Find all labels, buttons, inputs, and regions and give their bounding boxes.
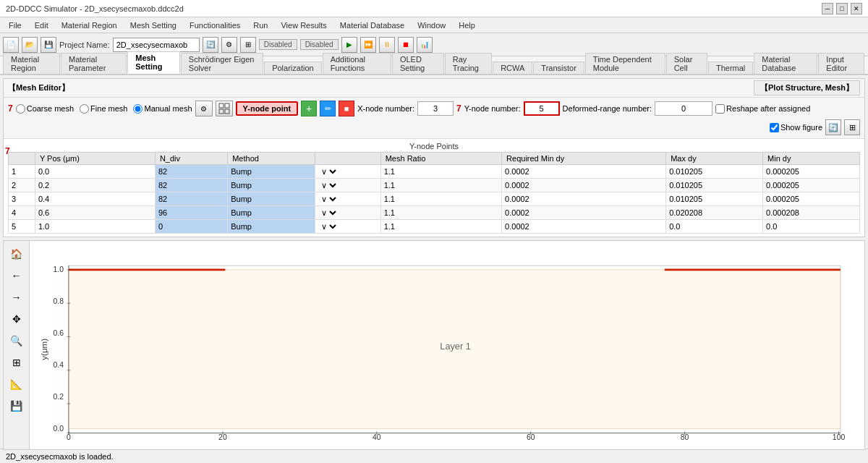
grid-button[interactable]: ⊞ (240, 37, 256, 53)
menu-run[interactable]: Run (247, 20, 273, 31)
tab-transistor[interactable]: Transistor (533, 61, 584, 74)
tab-thermal[interactable]: Thermal (708, 61, 753, 74)
pan-tool[interactable]: ✥ (8, 310, 25, 328)
y-node-input[interactable] (524, 101, 560, 116)
tab-polarization[interactable]: Polarization (264, 61, 321, 74)
mesh-type-radio-group: Coarse mesh Fine mesh Manual mesh (16, 104, 192, 114)
tab-schrodinger[interactable]: Schrödinger Eigen Solver (181, 53, 263, 74)
close-button[interactable]: ✕ (851, 3, 862, 14)
menu-material-region[interactable]: Material Region (56, 20, 123, 31)
tab-time-dependent[interactable]: Time Dependent Module (585, 53, 665, 74)
settings-button[interactable]: ⚙ (221, 37, 237, 53)
tab-ray-tracing[interactable]: Ray Tracing (445, 53, 492, 74)
y-node-group: Y-node number: (464, 101, 560, 116)
delete-node-button[interactable]: ■ (339, 101, 354, 116)
deformed-range-label: Deformed-range number: (563, 104, 652, 113)
tab-rcwa[interactable]: RCWA (493, 61, 532, 74)
y-tick-00: 0.0 (54, 425, 64, 433)
tab-material-database[interactable]: Material Database (754, 53, 817, 74)
menu-functionalities[interactable]: Functionalities (184, 20, 246, 31)
col-num (9, 153, 35, 165)
table-row[interactable]: 4 0.6 96 Bump ∨ 1.1 0.0002 0.020208 0.00… (9, 206, 860, 220)
cell-ypos: 0.6 (35, 206, 155, 220)
tab-material-parameter[interactable]: Material Parameter (61, 53, 127, 74)
play-button[interactable]: ▶ (341, 37, 357, 53)
cell-method-dropdown[interactable]: ∨ (315, 206, 380, 220)
window-controls[interactable]: ─ □ ✕ (822, 3, 862, 14)
grid-plot-button[interactable]: ⊞ (844, 119, 860, 135)
home-tool[interactable]: 🏠 (8, 245, 25, 263)
mesh-settings-btn[interactable]: ⚙ (195, 101, 213, 116)
reshape-label[interactable]: Reshape after assigned (715, 104, 810, 114)
minimize-button[interactable]: ─ (822, 3, 833, 14)
menu-edit[interactable]: Edit (29, 20, 54, 31)
cell-required-min-dy: 0.0002 (502, 165, 666, 179)
stop-button[interactable]: ⏹ (398, 37, 414, 53)
menu-mesh-setting[interactable]: Mesh Setting (124, 20, 182, 31)
menu-help[interactable]: Help (453, 20, 481, 31)
save-button[interactable]: 💾 (41, 37, 56, 53)
project-name-input[interactable] (113, 38, 200, 52)
zoom-custom-tool[interactable]: ⊞ (8, 354, 25, 371)
y-tick-06: 0.6 (54, 329, 64, 337)
cell-method-dropdown[interactable]: ∨ (315, 179, 380, 192)
open-button[interactable]: 📂 (22, 37, 38, 53)
cell-min-dy-val: 0.000205 (763, 192, 860, 206)
back-tool[interactable]: ← (8, 267, 25, 284)
disabled-btn-2[interactable]: Disabled (300, 39, 339, 50)
step-button[interactable]: ⏩ (360, 37, 376, 53)
table-row[interactable]: 5 1.0 0 Bump ∨ 1.1 0.0002 0.0 0.0 (9, 220, 860, 234)
table-row[interactable]: 1 0.0 82 Bump ∨ 1.1 0.0002 0.010205 0.00… (9, 165, 860, 179)
deformed-range-input[interactable] (655, 101, 712, 116)
tab-additional-functions[interactable]: Additional Functions (323, 53, 391, 74)
zoom-tool[interactable]: 🔍 (8, 332, 25, 349)
tab-mesh-setting[interactable]: Mesh Setting (127, 51, 180, 74)
mesh-editor-panel: 【Mesh Editor】 【Plot Structure, Mesh】 7 C… (3, 78, 865, 237)
cell-ndiv: 82 (155, 179, 227, 192)
y-node-point-button[interactable]: Y-node point (236, 101, 299, 116)
edit-node-button[interactable]: ✏ (320, 101, 336, 116)
radio-manual[interactable]: Manual mesh (133, 104, 192, 114)
cell-method-dropdown[interactable]: ∨ (315, 192, 380, 206)
tab-oled-setting[interactable]: OLED Setting (392, 53, 444, 74)
reshape-checkbox[interactable] (715, 104, 725, 114)
new-button[interactable]: 📄 (3, 37, 19, 53)
radio-manual-input[interactable] (133, 104, 142, 114)
refresh-plot-button[interactable]: 🔄 (825, 119, 841, 135)
tab-material-region[interactable]: Material Region (3, 53, 60, 74)
measure-tool[interactable]: 📐 (8, 375, 25, 393)
cell-ypos: 0.4 (35, 192, 155, 206)
cell-method: Bump (228, 220, 315, 234)
forward-tool[interactable]: → (8, 289, 25, 306)
maximize-button[interactable]: □ (836, 3, 848, 14)
radio-coarse[interactable]: Coarse mesh (16, 104, 74, 114)
save-fig-tool[interactable]: 💾 (8, 397, 25, 415)
radio-fine-input[interactable] (80, 104, 89, 114)
cell-method-dropdown[interactable]: ∨ (315, 220, 380, 234)
stats-button[interactable]: 📊 (417, 37, 433, 53)
cell-required-min-dy: 0.0002 (502, 192, 666, 206)
table-row[interactable]: 2 0.2 82 Bump ∨ 1.1 0.0002 0.010205 0.00… (9, 179, 860, 192)
mesh-grid-btn[interactable] (216, 101, 233, 116)
show-figure-checkbox[interactable] (770, 123, 779, 132)
menu-view-results[interactable]: View Results (275, 20, 332, 31)
cell-ndiv: 82 (155, 165, 227, 179)
y-tick-08: 0.8 (54, 297, 64, 305)
tab-solar-cell[interactable]: Solar Cell (666, 53, 707, 74)
menu-window[interactable]: Window (412, 20, 451, 31)
tab-input-editor[interactable]: Input Editor (818, 53, 864, 74)
radio-fine[interactable]: Fine mesh (80, 104, 127, 114)
x-node-input[interactable] (417, 101, 454, 116)
pause-button[interactable]: ⏸ (379, 37, 395, 53)
show-figure-label[interactable]: Show figure (770, 123, 822, 132)
x-tick-0: 0 (67, 433, 71, 441)
menu-material-database[interactable]: Material Database (334, 20, 410, 31)
cell-required-min-dy: 0.0002 (502, 220, 666, 234)
table-row[interactable]: 3 0.4 82 Bump ∨ 1.1 0.0002 0.010205 0.00… (9, 192, 860, 206)
menu-file[interactable]: File (3, 20, 27, 31)
disabled-btn-1[interactable]: Disabled (259, 39, 297, 50)
add-node-button[interactable]: + (301, 101, 317, 116)
cell-method-dropdown[interactable]: ∨ (315, 165, 380, 179)
radio-coarse-input[interactable] (16, 104, 25, 114)
refresh-button[interactable]: 🔄 (203, 37, 218, 53)
